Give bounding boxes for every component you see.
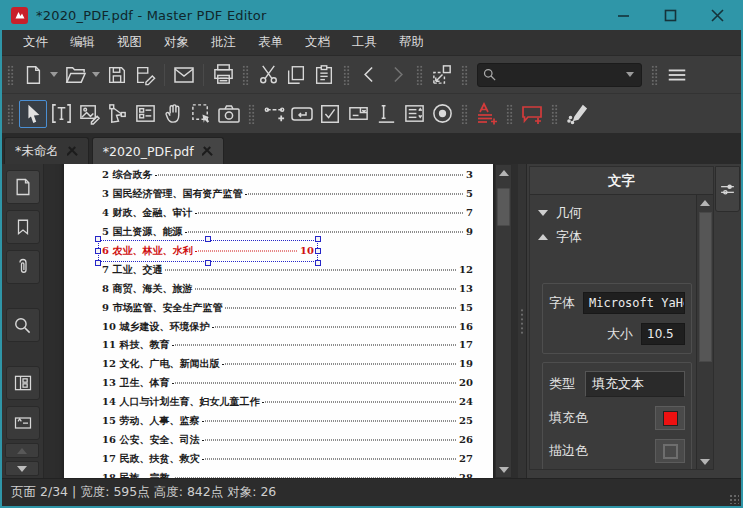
pdf-page[interactable]: 2 综合政务33 国民经济管理、国有资产监管54 财政、金融、审计75 国土资源… — [64, 164, 493, 478]
search-input[interactable] — [497, 68, 626, 82]
copy-button[interactable] — [282, 61, 310, 89]
menu-file[interactable]: 文件 — [12, 30, 59, 55]
toolbar-drag-handle[interactable] — [248, 104, 255, 124]
menu-help[interactable]: 帮助 — [388, 30, 435, 55]
maximize-button[interactable] — [647, 0, 694, 30]
text-type-dropdown[interactable]: 填充文本 — [585, 371, 685, 397]
panel-scroll-down-button[interactable] — [698, 454, 713, 469]
radio-button-tool-button[interactable] — [428, 100, 456, 128]
panel-scrollbar-thumb[interactable] — [699, 212, 712, 362]
pages-panel-button[interactable] — [6, 170, 40, 204]
new-document-button[interactable] — [19, 61, 47, 89]
selection-handle[interactable] — [95, 248, 101, 254]
toc-entry[interactable]: 18 民族、宗教28 — [102, 468, 473, 478]
open-file-dropdown-caret[interactable] — [92, 72, 100, 77]
menu-view[interactable]: 视图 — [106, 30, 153, 55]
combobox-tool-button[interactable] — [344, 100, 372, 128]
comment-annotation-tool-button[interactable] — [518, 100, 546, 128]
bookmarks-panel-button[interactable] — [6, 210, 40, 244]
selection-handle[interactable] — [315, 260, 321, 266]
toc-entry[interactable]: 15 劳动、人事、监察25 — [102, 412, 473, 431]
edit-form-tool-button[interactable] — [131, 100, 159, 128]
edit-path-tool-button[interactable] — [103, 100, 131, 128]
toolbar-drag-handle[interactable] — [416, 65, 423, 85]
fill-color-button[interactable] — [655, 406, 685, 430]
next-view-button[interactable] — [383, 61, 411, 89]
document-view[interactable]: 2 综合政务33 国民经济管理、国有资产监管54 财政、金融、审计75 国土资源… — [44, 164, 518, 478]
toolbar-drag-handle[interactable] — [506, 104, 513, 124]
menu-document[interactable]: 文档 — [294, 30, 341, 55]
highlighter-tool-button[interactable] — [563, 100, 591, 128]
font-section-header[interactable]: 字体 — [538, 225, 692, 249]
close-button[interactable] — [694, 0, 741, 30]
hand-tool-button[interactable] — [159, 100, 187, 128]
stroke-color-button[interactable] — [655, 439, 685, 463]
scroll-down-button[interactable] — [496, 462, 511, 477]
email-button[interactable] — [170, 61, 198, 89]
toc-entry[interactable]: 16 公安、安全、司法26 — [102, 430, 473, 449]
toc-entry[interactable]: 2 综合政务3 — [102, 166, 473, 185]
selection-handle[interactable] — [315, 248, 321, 254]
menu-form[interactable]: 表单 — [247, 30, 294, 55]
signatures-panel-button[interactable] — [6, 406, 40, 440]
toolbar-drag-handle[interactable] — [651, 65, 658, 85]
toolbar-drag-handle[interactable] — [7, 104, 14, 124]
selection-handle[interactable] — [205, 236, 211, 242]
toc-entry[interactable]: 4 财政、金融、审计7 — [102, 204, 473, 223]
toolbar-drag-handle[interactable] — [7, 65, 14, 85]
cut-button[interactable] — [254, 61, 282, 89]
attachments-panel-button[interactable] — [6, 250, 40, 284]
list-box-tool-button[interactable] — [400, 100, 428, 128]
toolbar-drag-handle[interactable] — [461, 65, 468, 85]
properties-tab[interactable] — [715, 166, 740, 212]
toc-entry[interactable]: 12 文化、广电、新闻出版19 — [102, 355, 473, 374]
resize-grip[interactable] — [729, 494, 739, 504]
menu-tools[interactable]: 工具 — [341, 30, 388, 55]
toolbar-drag-handle[interactable] — [551, 104, 558, 124]
panel-scroll-up-button[interactable] — [698, 195, 713, 210]
search-dropdown-caret[interactable] — [626, 72, 634, 77]
fit-page-button[interactable] — [428, 61, 456, 89]
search-box[interactable] — [477, 63, 642, 87]
edit-image-tool-button[interactable] — [75, 100, 103, 128]
geometry-section-header[interactable]: 几何 — [538, 201, 692, 225]
toc-entry[interactable]: 10 城乡建设、环境保护16 — [102, 317, 473, 336]
save-button[interactable] — [103, 61, 131, 89]
menu-object[interactable]: 对象 — [153, 30, 200, 55]
toolbar-drag-handle[interactable] — [343, 65, 350, 85]
panel-scrollbar[interactable] — [696, 195, 713, 469]
print-button[interactable] — [209, 61, 237, 89]
tab-close-icon[interactable] — [67, 146, 78, 157]
sidebar-scroll-up-button[interactable] — [5, 443, 39, 458]
document-scrollbar[interactable] — [495, 164, 512, 478]
previous-view-button[interactable] — [355, 61, 383, 89]
panel-splitter[interactable] — [518, 164, 526, 478]
select-tool-button[interactable] — [19, 100, 47, 128]
font-name-input[interactable]: Microsoft YaHei — [583, 292, 685, 314]
screenshot-tool-button[interactable] — [215, 100, 243, 128]
open-file-button[interactable] — [61, 61, 89, 89]
toolbar-drag-handle[interactable] — [242, 65, 249, 85]
menu-edit[interactable]: 编辑 — [59, 30, 106, 55]
menu-annotate[interactable]: 批注 — [200, 30, 247, 55]
select-area-tool-button[interactable] — [187, 100, 215, 128]
push-button-tool-button[interactable] — [288, 100, 316, 128]
selection-handle[interactable] — [95, 236, 101, 242]
selection-handle[interactable] — [205, 260, 211, 266]
selection-handle[interactable] — [315, 236, 321, 242]
toc-entry[interactable]: 8 商贸、海关、旅游13 — [102, 279, 473, 298]
tab-2020-pdf[interactable]: *2020_PDF.pdf — [92, 137, 224, 164]
font-size-input[interactable]: 10.5 — [641, 323, 685, 345]
toc-entry[interactable]: 13 卫生、体育20 — [102, 374, 473, 393]
edit-text-tool-button[interactable] — [47, 100, 75, 128]
toolbar-drag-handle[interactable] — [461, 104, 468, 124]
toc-entry[interactable]: 9 市场监管、安全生产监管15 — [102, 298, 473, 317]
scroll-up-button[interactable] — [496, 165, 511, 180]
toc-entry[interactable]: 5 国土资源、能源9 — [102, 223, 473, 242]
checkbox-tool-button[interactable] — [316, 100, 344, 128]
form-fields-panel-button[interactable] — [6, 366, 40, 400]
toc-entry[interactable]: 7 工业、交通12 — [102, 260, 473, 279]
text-field-tool-button[interactable] — [372, 100, 400, 128]
toc-entry[interactable]: 14 人口与计划生育、妇女儿童工作24 — [102, 393, 473, 412]
text-annotation-tool-button[interactable] — [473, 100, 501, 128]
